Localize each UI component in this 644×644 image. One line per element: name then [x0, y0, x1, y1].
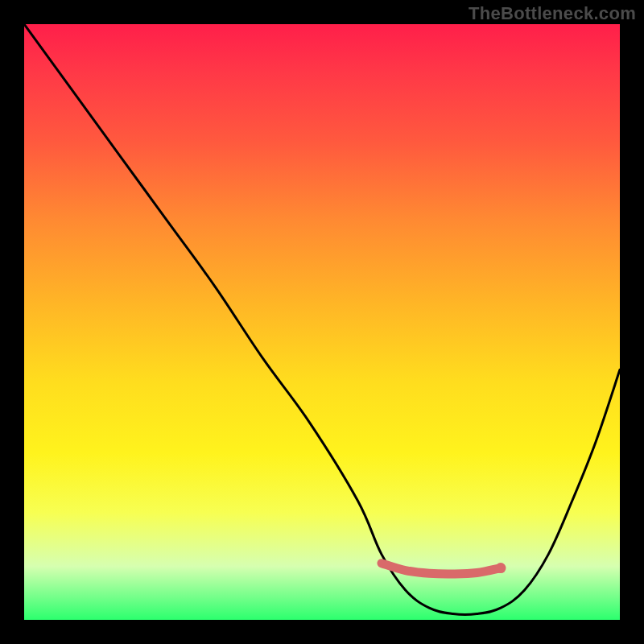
sweet-spot-path — [382, 564, 501, 574]
chart-frame: TheBottleneck.com — [0, 0, 644, 644]
bottleneck-curve-path — [24, 24, 620, 615]
plot-area — [24, 24, 620, 620]
sweet-spot-end-dot — [496, 563, 506, 573]
watermark-text: TheBottleneck.com — [469, 3, 636, 24]
curve-overlay — [24, 24, 620, 620]
